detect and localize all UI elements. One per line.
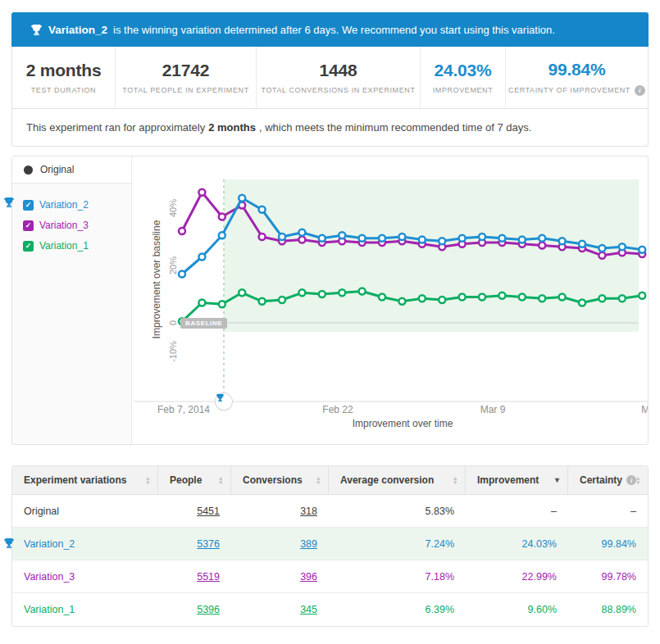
variation-name: Variation_2 (24, 538, 75, 550)
data-point-variation-3 (259, 234, 266, 240)
data-point-variation-2 (339, 232, 345, 238)
data-point-variation-2 (298, 229, 305, 236)
stat-value: 1448 (320, 61, 357, 80)
stat-label-text: IMPROVEMENT (433, 86, 494, 94)
data-point-variation-1 (398, 298, 405, 305)
variation-name-cell: Original (12, 506, 158, 517)
x-tick-label: Mar 24 (641, 404, 649, 415)
info-icon[interactable]: i (626, 475, 636, 485)
conversions-link[interactable]: 396 (300, 571, 317, 583)
column-header-text: Certainty (580, 474, 622, 486)
stats-row: 2 monthsTEST DURATION21742TOTAL PEOPLE I… (12, 47, 648, 109)
note-text-after: , which meets the minimum recommended ti… (259, 121, 531, 134)
conversions-link[interactable]: 318 (300, 506, 317, 517)
data-point-variation-1 (259, 298, 266, 305)
column-header-text: Conversions (243, 474, 303, 486)
x-axis-title: Improvement over time (353, 418, 453, 429)
stat-label: TEST DURATION (31, 86, 96, 94)
column-header-people[interactable]: People▴▾ (158, 466, 231, 494)
data-point-variation-2 (179, 271, 185, 278)
table-row-variation-1: Variation_153963456.39%9.60%88.89% (12, 593, 648, 626)
column-header-experiment-variations[interactable]: Experiment variations▴▾ (12, 466, 158, 494)
stat-label-text: CERTAINTY OF IMPROVEMENT (508, 86, 630, 94)
legend-label: Variation_2 (39, 199, 89, 211)
table-winner-trophy-icon (3, 537, 15, 552)
data-point-variation-2 (539, 235, 545, 242)
sort-down-arrow: ▾ (453, 480, 457, 484)
x-tick-label: Feb 7, 2014 (157, 404, 210, 415)
legend-original-label: Original (40, 164, 74, 175)
column-header-label: Conversions (243, 474, 316, 486)
table-row-original: Original54513185.83%–– (12, 495, 648, 528)
y-tick-label: 0 (168, 320, 178, 325)
people-cell: 5519 (158, 571, 231, 583)
info-icon[interactable]: i (635, 85, 645, 96)
checked-checkbox-icon: ✓ (23, 200, 34, 211)
column-header-improvement[interactable]: Improvement▾ (466, 466, 568, 494)
data-point-variation-3 (198, 189, 205, 196)
banner-message: is the winning variation determined afte… (113, 24, 555, 36)
data-point-variation-2 (279, 234, 285, 240)
data-point-variation-1 (459, 294, 466, 301)
column-header-text: Improvement (477, 474, 539, 486)
column-header-certainty[interactable]: Certaintyi▴▾ (568, 466, 648, 494)
trophy-icon (30, 24, 43, 36)
chart-legend: Original ✓Variation_2✓Variation_3✓Variat… (12, 156, 132, 444)
stat-label-text: TOTAL CONVERSIONS IN EXPERIMENT (262, 86, 416, 94)
note-text-before: This experiment ran for approximately (26, 121, 205, 134)
data-point-variation-1 (498, 293, 505, 299)
variation-name-cell: Variation_1 (12, 604, 158, 615)
stat-label-text: TOTAL PEOPLE IN EXPERIMENT (122, 86, 248, 94)
data-point-variation-2 (219, 232, 225, 238)
y-tick-label: -10% (168, 341, 178, 362)
people-link[interactable]: 5451 (197, 506, 220, 517)
column-header-text: Experiment variations (24, 474, 126, 486)
legend-item-original[interactable]: Original (12, 156, 131, 184)
conversions-link[interactable]: 345 (300, 604, 317, 615)
data-point-variation-1 (359, 288, 366, 295)
x-tick-label: Feb 22 (322, 404, 353, 415)
legend-item-variation-1[interactable]: ✓Variation_1 (23, 240, 131, 252)
duration-note: This experiment ran for approximately 2 … (12, 109, 648, 146)
certainty-cell: 99.84% (568, 538, 648, 550)
y-tick-label: 40% (168, 199, 178, 217)
people-cell: 5376 (158, 538, 231, 550)
variation-name: Original (24, 506, 59, 517)
y-axis-title: Improvement over baseline (151, 220, 162, 339)
legend-item-variation-2[interactable]: ✓Variation_2 (23, 199, 131, 211)
column-header-text: People (170, 474, 202, 486)
legend-variation-list: ✓Variation_2✓Variation_3✓Variation_1 (12, 184, 131, 252)
data-point-variation-1 (519, 294, 526, 301)
data-point-variation-2 (599, 245, 605, 252)
column-header-conversions[interactable]: Conversions▴▾ (231, 466, 329, 494)
column-header-label: Experiment variations (24, 474, 146, 486)
people-link[interactable]: 5519 (197, 571, 220, 583)
column-header-average-conversion[interactable]: Average conversion▴▾ (329, 466, 466, 494)
data-point-variation-3 (599, 252, 605, 259)
data-point-variation-3 (179, 228, 185, 234)
data-point-variation-1 (619, 295, 626, 302)
people-link[interactable]: 5376 (197, 538, 220, 550)
average-conversion-cell: 5.83% (329, 506, 466, 517)
legend-label: Variation_3 (39, 220, 89, 231)
sort-down-arrow: ▾ (636, 480, 640, 484)
data-point-variation-3 (219, 214, 225, 220)
legend-item-variation-3[interactable]: ✓Variation_3 (23, 220, 131, 231)
certainty-cell: 88.89% (568, 604, 648, 615)
sort-down-arrow: ▾ (316, 480, 320, 484)
conversions-link[interactable]: 389 (300, 538, 317, 550)
stat-certainty-of-improvement: 99.84%CERTAINTY OF IMPROVEMENTi (506, 47, 648, 108)
stat-label-text: TEST DURATION (31, 86, 96, 94)
results-table: Experiment variations▴▾People▴▾Conversio… (11, 465, 649, 627)
data-point-variation-3 (298, 237, 305, 243)
data-point-variation-1 (579, 300, 585, 306)
people-link[interactable]: 5396 (197, 604, 220, 615)
data-point-variation-1 (279, 297, 285, 303)
average-conversion-cell: 7.18% (329, 571, 466, 583)
sort-desc-icon: ▾ (555, 476, 559, 484)
chart-area: Improvement over baseline Improvement ov… (132, 156, 649, 445)
sort-icon: ▴▾ (453, 476, 457, 484)
improvement-cell: 24.03% (466, 538, 568, 550)
legend-label: Variation_1 (39, 240, 89, 252)
improvement-chart[interactable] (132, 156, 649, 445)
